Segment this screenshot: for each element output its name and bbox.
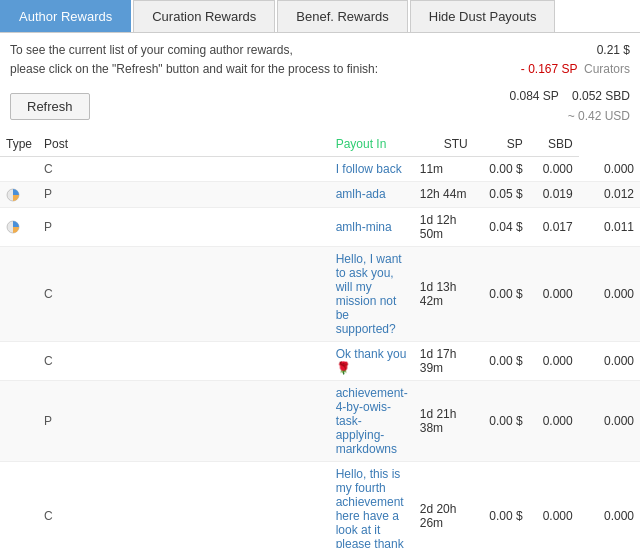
row-post[interactable]: amlh-mina	[330, 207, 414, 246]
description-line1: To see the current list of your coming a…	[10, 41, 378, 60]
row-icon-cell	[0, 181, 38, 207]
row-type: C	[38, 461, 330, 548]
top-section: To see the current list of your coming a…	[0, 33, 640, 83]
row-sp: 0.019	[529, 181, 579, 207]
top-stats: 0.21 $ - 0.167 SP Curators	[521, 41, 630, 79]
post-link[interactable]: amlh-mina	[336, 220, 392, 234]
row-type: C	[38, 341, 330, 380]
description-line2: please click on the "Refresh" button and…	[10, 60, 378, 79]
row-sbd: 0.000	[579, 380, 640, 461]
top-sp: - 0.167 SP	[521, 62, 577, 76]
summary-sbd: 0.052 SBD	[572, 89, 630, 103]
row-sbd: 0.000	[579, 461, 640, 548]
row-sp: 0.000	[529, 461, 579, 548]
row-type: C	[38, 246, 330, 341]
col-header-payout: Payout In	[330, 132, 414, 157]
col-header-stu: STU	[414, 132, 474, 157]
table-row: Pachievement-4-by-owis-task-applying-mar…	[0, 380, 640, 461]
row-sp: 0.000	[529, 246, 579, 341]
row-post[interactable]: amlh-ada	[330, 181, 414, 207]
row-payout-in: 2d 20h 26m	[414, 461, 474, 548]
table-row: Pamlh-ada12h 44m0.05 $0.0190.012	[0, 181, 640, 207]
tab-benef-rewards[interactable]: Benef. Rewards	[277, 0, 408, 32]
row-stu: 0.05 $	[474, 181, 529, 207]
col-header-type: Type	[0, 132, 38, 157]
row-payout-in: 1d 12h 50m	[414, 207, 474, 246]
row-type: P	[38, 207, 330, 246]
table-row: Pamlh-mina1d 12h 50m0.04 $0.0170.011	[0, 207, 640, 246]
table-row: COk thank you 🌹1d 17h 39m0.00 $0.0000.00…	[0, 341, 640, 380]
curators-label: Curators	[584, 62, 630, 76]
row-icon-cell	[0, 380, 38, 461]
row-post[interactable]: achievement-4-by-owis-task-applying-mark…	[330, 380, 414, 461]
row-sbd: 0.011	[579, 207, 640, 246]
row-stu: 0.00 $	[474, 380, 529, 461]
row-sbd: 0.000	[579, 156, 640, 181]
row-sp: 0.000	[529, 380, 579, 461]
pie-chart-icon	[6, 220, 20, 234]
pie-chart-icon	[6, 188, 20, 202]
row-stu: 0.04 $	[474, 207, 529, 246]
tab-curation-rewards[interactable]: Curation Rewards	[133, 0, 275, 32]
post-link[interactable]: achievement-4-by-owis-task-applying-mark…	[336, 386, 408, 456]
row-post[interactable]: I follow back	[330, 156, 414, 181]
tab-author-rewards[interactable]: Author Rewards	[0, 0, 131, 32]
description: To see the current list of your coming a…	[10, 41, 378, 79]
row-icon-cell	[0, 461, 38, 548]
summary-sp: 0.084 SP	[509, 89, 558, 103]
table-row: CI follow back11m0.00 $0.0000.000	[0, 156, 640, 181]
col-header-post: Post	[38, 132, 330, 157]
row-post[interactable]: Hello, this is my fourth achievement her…	[330, 461, 414, 548]
row-icon-cell	[0, 341, 38, 380]
row-payout-in: 1d 13h 42m	[414, 246, 474, 341]
row-icon-cell	[0, 156, 38, 181]
post-link[interactable]: Hello, I want to ask you, will my missio…	[336, 252, 402, 336]
row-sp: 0.000	[529, 341, 579, 380]
row-payout-in: 12h 44m	[414, 181, 474, 207]
summary-usd: ~ 0.42 USD	[509, 107, 630, 126]
row-sbd: 0.000	[579, 341, 640, 380]
row-sbd: 0.000	[579, 246, 640, 341]
post-link[interactable]: amlh-ada	[336, 187, 386, 201]
row-stu: 0.00 $	[474, 246, 529, 341]
row-post[interactable]: Ok thank you 🌹	[330, 341, 414, 380]
table-row: CHello, this is my fourth achievement he…	[0, 461, 640, 548]
table-row: CHello, I want to ask you, will my missi…	[0, 246, 640, 341]
col-header-sp: SP	[474, 132, 529, 157]
refresh-button[interactable]: Refresh	[10, 93, 90, 120]
rewards-table: Type Post Payout In STU SP SBD CI follow…	[0, 132, 640, 548]
post-link[interactable]: Hello, this is my fourth achievement her…	[336, 467, 404, 548]
row-stu: 0.00 $	[474, 156, 529, 181]
row-stu: 0.00 $	[474, 341, 529, 380]
row-payout-in: 1d 17h 39m	[414, 341, 474, 380]
row-type: P	[38, 181, 330, 207]
top-amount: 0.21 $	[521, 41, 630, 60]
post-link[interactable]: I follow back	[336, 162, 402, 176]
row-sbd: 0.012	[579, 181, 640, 207]
row-sp: 0.017	[529, 207, 579, 246]
row-type: C	[38, 156, 330, 181]
tab-bar: Author Rewards Curation Rewards Benef. R…	[0, 0, 640, 33]
row-stu: 0.00 $	[474, 461, 529, 548]
col-header-sbd: SBD	[529, 132, 579, 157]
tab-hide-dust[interactable]: Hide Dust Payouts	[410, 0, 556, 32]
row-icon-cell	[0, 207, 38, 246]
summary: 0.084 SP 0.052 SBD ~ 0.42 USD	[509, 87, 630, 125]
post-link[interactable]: Ok thank you 🌹	[336, 347, 407, 375]
row-payout-in: 1d 21h 38m	[414, 380, 474, 461]
top-sp-curators: - 0.167 SP Curators	[521, 60, 630, 79]
row-payout-in: 11m	[414, 156, 474, 181]
action-row: Refresh 0.084 SP 0.052 SBD ~ 0.42 USD	[0, 83, 640, 131]
row-sp: 0.000	[529, 156, 579, 181]
summary-sp-sbd: 0.084 SP 0.052 SBD	[509, 87, 630, 106]
row-post[interactable]: Hello, I want to ask you, will my missio…	[330, 246, 414, 341]
row-type: P	[38, 380, 330, 461]
row-icon-cell	[0, 246, 38, 341]
